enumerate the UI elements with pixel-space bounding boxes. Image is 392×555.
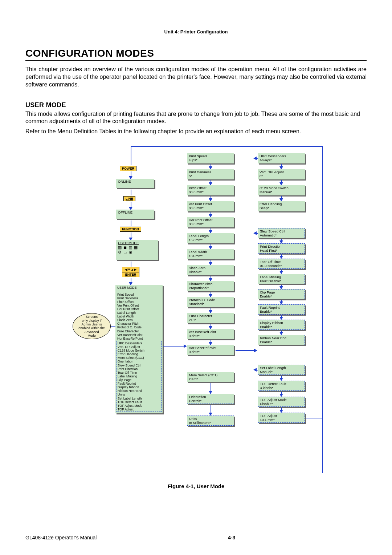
figure-caption: Figure 4-1, User Mode xyxy=(25,483,367,489)
subsection-p1: This mode allows configuration of printi… xyxy=(25,110,367,125)
title-rule xyxy=(25,60,367,61)
param-box: Set Label LengthManual* xyxy=(258,365,305,375)
param-value: Disable* xyxy=(260,402,303,406)
figure-4-1: POWER ONLINE LINE OFFLINE FUNCTION USER … xyxy=(25,142,367,480)
param-box: TOF Adjust ModeDisable* xyxy=(258,397,305,407)
param-value: 3 labels* xyxy=(260,386,303,390)
intro-text: This chapter provides an overview of the… xyxy=(25,66,367,88)
param-value: Manual* xyxy=(260,370,303,374)
section-title: CONFIGURATION MODES xyxy=(25,48,367,59)
param-box: TOF Adjust10.1 mm* xyxy=(258,413,305,423)
page-footer: GL408-412e Operator's Manual 4-3 xyxy=(25,535,367,540)
param-value: 10.1 mm* xyxy=(260,418,303,422)
unit-header: Unit 4: Printer Configuration xyxy=(25,29,367,35)
subsection-title: USER MODE xyxy=(25,101,367,109)
subsection-p2: Refer to the Menu Definition Tables in t… xyxy=(25,128,367,135)
footer-manual: GL408-412e Operator's Manual xyxy=(25,535,97,540)
param-box: TOF Detect Fault3 labels* xyxy=(258,381,305,391)
